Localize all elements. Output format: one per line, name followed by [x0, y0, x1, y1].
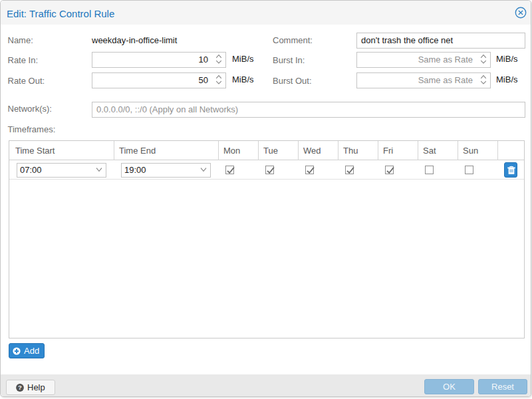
svg-text:?: ? — [18, 384, 22, 391]
